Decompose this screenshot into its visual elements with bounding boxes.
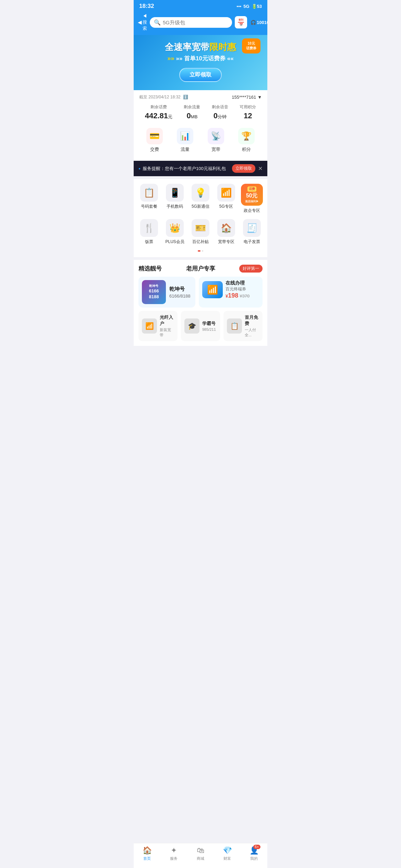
checkin-button[interactable]: 签到 📅 xyxy=(235,16,247,28)
phone-number: 155****7161 xyxy=(232,95,256,100)
sub-card-shouyue[interactable]: 📋 首月免费 一人付全... xyxy=(223,311,263,341)
stat-balance-value: 442.81元 xyxy=(145,111,172,120)
account-date: 截至 2023/04/12 18:32 ℹ️ xyxy=(139,94,188,100)
grid-item-5gzone[interactable]: 📶 5G专区 xyxy=(215,184,237,214)
dropdown-arrow: ▼ xyxy=(257,95,262,100)
shouyue-thumb: 📋 xyxy=(227,318,242,334)
battery-icon: 🔋53 xyxy=(252,4,262,9)
score-button[interactable]: 🎧 10010 xyxy=(251,20,267,25)
account-stats: 剩余话费 442.81元 剩余流量 0MB 剩余语音 0分钟 可用积分 12 xyxy=(139,104,262,120)
stat-data-label: 剩余流量 xyxy=(184,104,200,110)
online-handle-card[interactable]: 📶 在线办理 百元终端券 ¥198 ¥370 xyxy=(199,277,263,308)
grid-item-buyibai[interactable]: 🎫 百亿补贴 xyxy=(190,219,211,245)
status-right: ▪▪▪ 5G 🔋53 xyxy=(236,4,262,9)
grid-item-fanpiao[interactable]: 🍴 饭票 xyxy=(138,219,160,245)
qa-kuandai[interactable]: 📡 宽带 xyxy=(208,128,224,153)
5gzone-icon: 📶 xyxy=(217,184,235,202)
featured-section: 精选靓号 老用户专享 好评第一 乾坤号 6166 8188 乾坤号 6166/8… xyxy=(134,260,267,346)
price-old: ¥370 xyxy=(240,293,250,299)
grid-item-shouji[interactable]: 📱 手机数码 xyxy=(164,184,186,214)
notif-dot: ● xyxy=(138,167,141,170)
kuandai-icon: 📡 xyxy=(208,128,224,144)
grid-item-5gnew[interactable]: 💡 5G新通信 xyxy=(190,184,211,214)
fanpiao-icon: 🍴 xyxy=(140,219,158,237)
top-nav: ◀ ◀ 搜索 🔍 签到 📅 🎧 10010 ⬜ xyxy=(134,11,267,35)
grid-item-fapiao[interactable]: 🧾 电子发票 xyxy=(241,219,263,245)
grid-row-1: 📋 号码套餐 📱 手机数码 💡 5G新通信 📶 5G专区 话费 50元 速战福利… xyxy=(134,184,267,214)
5gzone-label: 5G专区 xyxy=(219,204,233,209)
qiankun-card[interactable]: 乾坤号 6166 8188 乾坤号 6166/8188 xyxy=(138,277,195,308)
shouji-label: 手机数码 xyxy=(167,204,183,209)
stat-voice: 剩余语音 0分钟 xyxy=(212,104,228,120)
qiankun-thumb: 乾坤号 6166 8188 xyxy=(142,280,166,304)
5gnew-icon: 💡 xyxy=(192,184,209,202)
fanpiao-label: 饭票 xyxy=(145,239,153,245)
coupon-top-label: 10元 xyxy=(246,41,256,46)
stat-balance-label: 剩余话费 xyxy=(145,104,172,110)
calendar-icon: 📅 xyxy=(239,23,243,26)
banner: 全速率宽带限时惠 »» »» 首单10元话费券 «« 立即领取 10元 话费券 xyxy=(134,35,267,90)
banner-subtitle-text: »» 首单10元话费券 «« xyxy=(176,55,233,62)
grid-item-plus[interactable]: 👑 PLUS会员 xyxy=(164,219,186,245)
grid-item-kuandaizone[interactable]: 🏠 宽带专区 xyxy=(215,219,237,245)
back-label: ◀ 搜索 xyxy=(143,13,147,32)
search-bar[interactable]: 🔍 xyxy=(150,17,232,28)
sub-card-guangxian[interactable]: 📶 光纤入户 新装宽带 xyxy=(138,311,178,341)
notif-claim-button[interactable]: 立即领取 xyxy=(232,164,255,173)
status-bar: 18:32 ▪▪▪ 5G 🔋53 xyxy=(134,0,267,11)
main-cards: 乾坤号 6166 8188 乾坤号 6166/8188 📶 在线办理 百元终端券 xyxy=(138,277,263,308)
section-tag: 好评第一 xyxy=(239,265,263,273)
jiaofei-icon: 💳 xyxy=(146,128,163,144)
special-icon: 话费 50元 速战福利▶ xyxy=(241,184,263,206)
banner-claim-button[interactable]: 立即领取 xyxy=(179,68,222,82)
wifi-thumb: 📶 xyxy=(202,281,223,298)
info-icon: ℹ️ xyxy=(183,95,188,99)
headset-icon: 🎧 xyxy=(251,20,256,25)
jifen-icon: 🏆 xyxy=(238,128,255,144)
grid-row-2: 🍴 饭票 👑 PLUS会员 🎫 百亿补贴 🏠 宽带专区 🧾 电子发票 xyxy=(134,219,267,245)
search-input[interactable] xyxy=(163,20,228,25)
stat-points: 可用积分 12 xyxy=(240,104,256,120)
dot-2 xyxy=(202,250,203,252)
sub-cards: 📶 光纤入户 新装宽带 🎓 学霸号 985/211 📋 首月免费 一人付全... xyxy=(138,311,263,341)
sub-card-xueba[interactable]: 🎓 学霸号 985/211 xyxy=(181,311,220,341)
fapiao-label: 电子发票 xyxy=(244,239,260,245)
qa-jiaofei-label: 交费 xyxy=(150,146,159,153)
coupon-label: 话费券 xyxy=(246,46,256,51)
liuliang-icon: 📊 xyxy=(177,128,193,144)
section-title-left: 精选靓号 xyxy=(138,265,162,273)
account-card: 截至 2023/04/12 18:32 ℹ️ 155****7161 ▼ 剩余话… xyxy=(134,90,267,161)
qa-jifen-label: 积分 xyxy=(242,146,251,153)
guangxian-info: 光纤入户 新装宽带 xyxy=(160,314,174,338)
grid-menu: 📋 号码套餐 📱 手机数码 💡 5G新通信 📶 5G专区 话费 50元 速战福利… xyxy=(134,179,267,257)
notif-close-button[interactable]: ✕ xyxy=(258,165,263,172)
grid-item-special[interactable]: 话费 50元 速战福利▶ 政企专区 xyxy=(241,184,263,214)
stat-points-label: 可用积分 xyxy=(240,104,256,110)
qiankun-info: 乾坤号 6166/8188 xyxy=(169,286,190,299)
notif-text: 服务提醒：您有一个老用户100元福利礼包 xyxy=(143,166,232,172)
special-label: 政企专区 xyxy=(244,208,260,214)
stat-data: 剩余流量 0MB xyxy=(184,104,200,120)
phone-selector[interactable]: 155****7161 ▼ xyxy=(232,95,262,100)
section-header: 精选靓号 老用户专享 好评第一 xyxy=(138,265,263,273)
status-time: 18:32 xyxy=(139,3,154,10)
shouyue-info: 首月免费 一人付全... xyxy=(245,314,259,338)
banner-coupon: 10元 话费券 xyxy=(242,38,260,53)
qa-jifen[interactable]: 🏆 积分 xyxy=(238,128,255,153)
fapiao-icon: 🧾 xyxy=(243,219,261,237)
buyibai-label: 百亿补贴 xyxy=(192,239,209,245)
notification-bar: ● 服务提醒：您有一个老用户100元福利礼包 立即领取 ✕ xyxy=(134,161,267,176)
stat-data-value: 0MB xyxy=(184,111,200,120)
back-arrow: ◀ xyxy=(138,19,142,25)
grid-item-haoma[interactable]: 📋 号码套餐 xyxy=(138,184,160,214)
qa-jiaofei[interactable]: 💳 交费 xyxy=(146,128,163,153)
xueba-info: 学霸号 985/211 xyxy=(202,321,216,331)
back-button[interactable]: ◀ ◀ 搜索 xyxy=(138,13,147,32)
quick-actions: 💳 交费 📊 流量 📡 宽带 🏆 积分 xyxy=(139,125,262,157)
haoma-icon: 📋 xyxy=(140,184,158,202)
account-header: 截至 2023/04/12 18:32 ℹ️ 155****7161 ▼ xyxy=(139,94,262,100)
haoma-label: 号码套餐 xyxy=(141,204,157,209)
stat-voice-value: 0分钟 xyxy=(212,111,228,120)
qa-liuliang[interactable]: 📊 流量 xyxy=(177,128,193,153)
network-type: 5G xyxy=(243,4,249,9)
